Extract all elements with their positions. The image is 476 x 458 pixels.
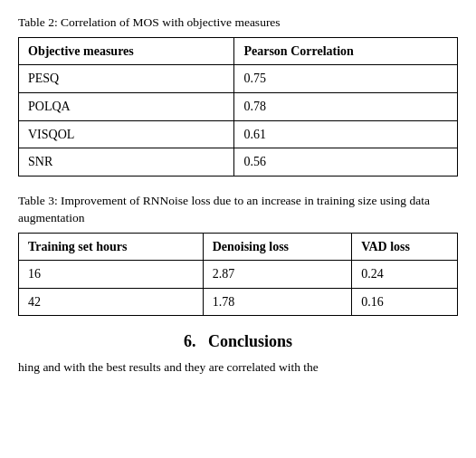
section-name: Conclusions [208,332,292,350]
table-cell: PESQ [19,65,234,93]
table-cell: POLQA [19,93,234,121]
table3-col1-header: Training set hours [19,233,204,261]
table3: Training set hours Denoising loss VAD lo… [18,233,458,317]
table2: Objective measures Pearson Correlation P… [18,37,458,177]
section-number: 6. [184,332,196,350]
table2-col1-header: Objective measures [19,37,234,65]
table-cell: VISQOL [19,120,234,148]
table3-label: Table 3 [18,194,54,207]
table-row: SNR0.56 [19,148,458,177]
table-cell: 0.61 [234,120,458,148]
table-row: 162.870.24 [19,261,458,289]
table-cell: 1.78 [203,288,352,316]
table2-caption-text: : Correlation of MOS with objective meas… [54,15,281,29]
table-cell: SNR [19,148,234,177]
section-title: 6. Conclusions [18,332,458,351]
table-cell: 0.56 [234,148,458,177]
table3-section: Table 3: Improvement of RNNoise loss due… [18,193,458,317]
table-cell: 2.87 [203,261,352,289]
table-cell: 0.75 [234,65,458,93]
table2-section: Table 2: Correlation of MOS with objecti… [18,14,458,177]
table3-header-row: Training set hours Denoising loss VAD lo… [19,233,458,261]
table-row: PESQ0.75 [19,65,458,93]
table2-col2-header: Pearson Correlation [234,37,458,65]
table-cell: 0.16 [352,288,458,316]
table3-col2-header: Denoising loss [203,233,352,261]
body-text: hing and with the best results and they … [18,358,458,377]
table-cell: 42 [19,288,204,316]
table2-label: Table 2 [18,15,54,29]
table3-col3-header: VAD loss [352,233,458,261]
table-cell: 0.78 [234,93,458,121]
table-cell: 0.24 [352,261,458,289]
table-row: POLQA0.78 [19,93,458,121]
table-row: VISQOL0.61 [19,120,458,148]
table3-caption: Table 3: Improvement of RNNoise loss due… [18,193,458,227]
table2-caption: Table 2: Correlation of MOS with objecti… [18,14,458,32]
table-cell: 16 [19,261,204,289]
table3-caption-text: : Improvement of RNNoise loss due to an … [18,194,430,224]
table2-header-row: Objective measures Pearson Correlation [19,37,458,65]
table-row: 421.780.16 [19,288,458,316]
